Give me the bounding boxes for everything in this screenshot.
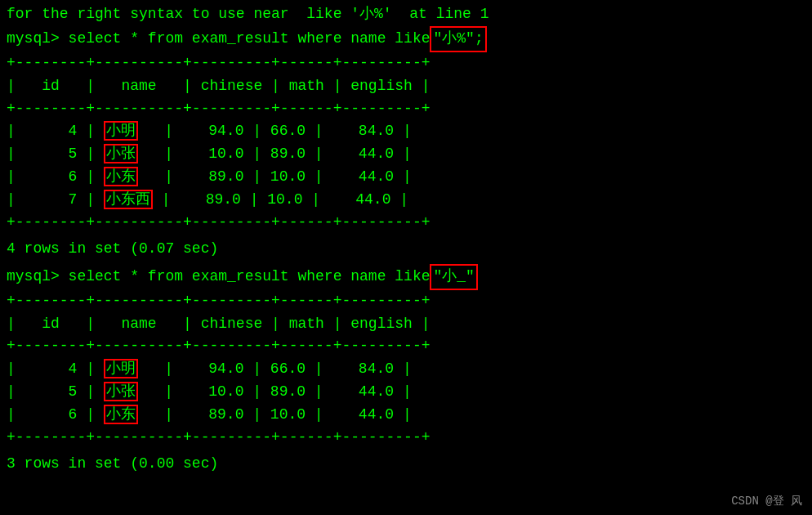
command-line-1: mysql> select * from exam_result where n… [7,26,805,52]
rowcount1: 4 rows in set (0.07 sec) [7,238,805,261]
table1-row-2: | 5 | 小张 | 10.0 | 89.0 | 44.0 | [7,143,805,166]
table2-divider-bot: +--------+----------+---------+------+--… [7,427,805,450]
name2-highlight-2: 小张 [104,382,138,401]
table1-divider-bot: +--------+----------+---------+------+--… [7,212,805,235]
name-highlight-3: 小东 [104,167,138,186]
table2-row-3: | 6 | 小东 | 89.0 | 10.0 | 44.0 | [7,404,805,427]
name-highlight-1: 小明 [104,121,138,141]
table2-header: | id | name | chinese | math | english | [7,313,805,336]
name-highlight-2: 小张 [104,144,138,163]
name-highlight-4: 小东西 [104,190,153,209]
cmd2-highlight: "小_" [430,264,477,290]
cmd2-text: mysql> select * from exam_result where n… [7,266,430,289]
table2-row-2: | 5 | 小张 | 10.0 | 89.0 | 44.0 | [7,381,805,404]
terminal: for the right syntax to use near like '小… [0,0,812,482]
table1-divider-top: +--------+----------+---------+------+--… [7,52,805,75]
name2-highlight-3: 小东 [104,405,138,424]
table1: +--------+----------+---------+------+--… [7,52,805,235]
command-line-2: mysql> select * from exam_result where n… [7,264,805,290]
table2-row-1: | 4 | 小明 | 94.0 | 66.0 | 84.0 | [7,358,805,381]
table1-row-1: | 4 | 小明 | 94.0 | 66.0 | 84.0 | [7,120,805,143]
table2: +--------+----------+---------+------+--… [7,290,805,450]
cmd1-highlight: "小%"; [430,26,486,52]
cmd1-text: mysql> select * from exam_result where n… [7,28,430,51]
table1-header: | id | name | chinese | math | english | [7,75,805,98]
table1-row-4: | 7 | 小东西 | 89.0 | 10.0 | 44.0 | [7,189,805,212]
rowcount2: 3 rows in set (0.00 sec) [7,453,805,476]
error-line: for the right syntax to use near like '小… [7,3,805,26]
name2-highlight-1: 小明 [104,359,138,378]
watermark: CSDN @登 风 [731,494,802,508]
table1-divider-mid: +--------+----------+---------+------+--… [7,98,805,121]
table2-divider-mid: +--------+----------+---------+------+--… [7,335,805,358]
table1-row-3: | 6 | 小东 | 89.0 | 10.0 | 44.0 | [7,166,805,189]
table2-divider-top: +--------+----------+---------+------+--… [7,290,805,313]
